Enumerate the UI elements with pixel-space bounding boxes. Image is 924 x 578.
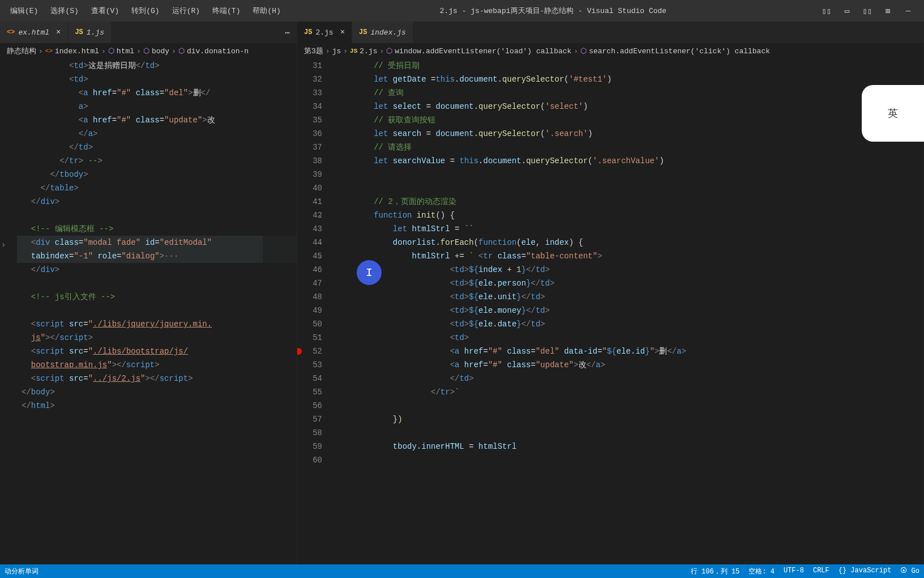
code-line[interactable]: <a href="#" class="update">改	[17, 113, 297, 127]
code-line[interactable]: // 受捐日期	[331, 59, 923, 73]
code-line[interactable]: <a href="#" class="del" data-id="${ele.i…	[331, 345, 923, 358]
breadcrumb-item[interactable]: ⬡div.donation-n	[178, 46, 249, 56]
layout-icon[interactable]: ⊞	[881, 4, 895, 18]
code-line[interactable]	[331, 399, 923, 413]
panel-left-icon[interactable]: ▯▯	[820, 4, 833, 18]
code-line[interactable]: bootstrap.min.js"></script>	[17, 358, 297, 372]
code-line[interactable]: <td>${ele.person}</td>	[331, 277, 923, 290]
code-area-right[interactable]: 313233343536373839404142⌄4344⌄45⌄4647484…	[297, 59, 923, 564]
fold-chevron-icon[interactable]: ⌄	[319, 209, 322, 222]
code-line[interactable]: </div>	[17, 263, 297, 277]
code-line[interactable]: // 获取查询按钮	[331, 113, 923, 127]
code-line[interactable]	[17, 277, 297, 290]
code-line[interactable]: let search = document.querySelector('.se…	[331, 127, 923, 141]
fold-chevron-icon[interactable]: ⌄	[319, 236, 322, 249]
tab-overflow-icon[interactable]: ⋯	[279, 28, 297, 37]
code-line[interactable]: <!-- js引入文件 -->	[17, 290, 297, 304]
code-line[interactable]: <td>${index + 1}</td>	[331, 263, 923, 277]
breadcrumb-item[interactable]: ⬡body	[143, 46, 169, 56]
code-line[interactable]: <td>这是捐赠日期</td>	[17, 59, 297, 73]
breakpoint-icon[interactable]	[297, 348, 302, 355]
code-line[interactable]: </tr>`	[331, 385, 923, 399]
breadcrumb-item[interactable]: js	[332, 47, 341, 56]
code-line[interactable]: <script src="./libs/jquery/jquery.min.	[17, 317, 297, 331]
code-line[interactable]: <td>${ele.money}</td>	[331, 304, 923, 317]
code-line[interactable]: function init() {	[331, 209, 923, 222]
status-cursor-pos[interactable]: 行 106，列 15	[691, 567, 739, 576]
panel-right-icon[interactable]: ▯▯	[861, 4, 874, 18]
code-line[interactable]: // 请选择	[331, 141, 923, 154]
menu-item[interactable]: 选择(S)	[45, 3, 84, 18]
code-line[interactable]: </a>	[17, 127, 297, 141]
code-line[interactable]: htmlStrl += ` <tr class="table-content">	[331, 249, 923, 263]
code-line[interactable]: // 查询	[331, 86, 923, 100]
code-line[interactable]: tabindex="-1" role="dialog">···	[17, 249, 297, 263]
code-line[interactable]: <a href="#" class="update">改</a>	[331, 358, 923, 372]
code-line[interactable]	[331, 426, 923, 440]
breadcrumb-item[interactable]: 静态结构	[7, 46, 36, 56]
tab[interactable]: JSindex.js	[352, 22, 413, 43]
code-line[interactable]: </tr> -->	[17, 154, 297, 168]
code-line[interactable]: </tbody>	[17, 168, 297, 181]
code-line[interactable]	[331, 453, 923, 467]
code-line[interactable]: js"></script>	[17, 331, 297, 345]
close-icon[interactable]: ×	[56, 28, 61, 37]
code-line[interactable]: let searchValue = this.document.querySel…	[331, 154, 923, 168]
menu-item[interactable]: 帮助(H)	[247, 3, 286, 18]
code-line[interactable]: <td>${ele.date}</td>	[331, 317, 923, 331]
code-line[interactable]: })	[331, 413, 923, 426]
code-line[interactable]	[331, 181, 923, 195]
code-line[interactable]: <td>${ele.unit}</td>	[331, 290, 923, 304]
code-line[interactable]: <td>	[17, 73, 297, 86]
status-language[interactable]: {} JavaScript	[839, 567, 892, 576]
code-line[interactable]	[17, 304, 297, 317]
breadcrumbs-left[interactable]: 静态结构›<>index.html›⬡html›⬡body›⬡div.donat…	[0, 43, 297, 59]
code-line[interactable]: </html>	[17, 399, 297, 413]
breadcrumbs-right[interactable]: 第3题›js›JS2.js›⬡window.addEventListener('…	[297, 43, 923, 59]
code-line[interactable]: </body>	[17, 385, 297, 399]
code-line[interactable]: let select = document.querySelector('sel…	[331, 100, 923, 113]
status-golive[interactable]: ⦿ Go	[900, 567, 919, 576]
code-line[interactable]: <div class="modal fade" id="editModal"	[17, 236, 297, 249]
fold-chevron-icon[interactable]: ⌄	[319, 249, 322, 263]
close-icon[interactable]: ×	[340, 28, 345, 37]
menu-item[interactable]: 编辑(E)	[5, 3, 44, 18]
code-line[interactable]: </td>	[331, 372, 923, 385]
code-line[interactable]: <script src="../js/2.js"></script>	[17, 372, 297, 385]
code-line[interactable]: // 2，页面的动态渲染	[331, 195, 923, 209]
code-line[interactable]: <td>	[331, 331, 923, 345]
code-line[interactable]: let getDate =this.document.querySelector…	[331, 73, 923, 86]
code-line[interactable]: <a href="#" class="del">删</	[17, 86, 297, 100]
code-line[interactable]: let htmlStrl = ``	[331, 222, 923, 236]
menu-item[interactable]: 查看(V)	[85, 3, 125, 18]
tab[interactable]: <>ex.html×	[0, 22, 68, 43]
code-line[interactable]: </div>	[17, 195, 297, 209]
code-line[interactable]: <!-- 编辑模态框 -->	[17, 222, 297, 236]
breadcrumb-item[interactable]: ⬡search.addEventListener('click') callba…	[580, 46, 770, 56]
status-spaces[interactable]: 空格: 4	[748, 567, 775, 576]
code-line[interactable]	[331, 168, 923, 181]
minimap-left[interactable]	[263, 59, 297, 564]
status-eol[interactable]: CRLF	[813, 567, 829, 576]
breadcrumb-item[interactable]: ⬡window.addEventListener('load') callbac…	[386, 46, 571, 56]
breadcrumb-item[interactable]: ⬡html	[108, 46, 134, 56]
status-encoding[interactable]: UTF-8	[784, 567, 804, 576]
menu-item[interactable]: 转到(G)	[126, 3, 165, 18]
code-line[interactable]: </td>	[17, 141, 297, 154]
tab[interactable]: JS1.js	[68, 22, 112, 43]
code-line[interactable]: </table>	[17, 181, 297, 195]
status-left-text[interactable]: 动分析单词	[5, 567, 38, 576]
tab[interactable]: JS2.js×	[297, 22, 352, 43]
minimize-icon[interactable]: —	[901, 4, 915, 18]
menu-item[interactable]: 运行(R)	[166, 3, 206, 18]
code-line[interactable]: a>	[17, 100, 297, 113]
code-area-left[interactable]: › <td>这是捐赠日期</td> <td> <a href="#" class…	[0, 59, 297, 564]
menu-item[interactable]: 终端(T)	[207, 3, 246, 18]
breadcrumb-item[interactable]: JS2.js	[350, 47, 377, 56]
breadcrumb-item[interactable]: <>index.html	[45, 47, 99, 56]
code-line[interactable]: <script src="./libs/bootstrap/js/	[17, 345, 297, 358]
code-line[interactable]: tbody.innerHTML = htmlStrl	[331, 440, 923, 453]
code-line[interactable]	[17, 209, 297, 222]
breadcrumb-item[interactable]: 第3题	[304, 46, 323, 56]
panel-bottom-icon[interactable]: ▭	[840, 4, 854, 18]
